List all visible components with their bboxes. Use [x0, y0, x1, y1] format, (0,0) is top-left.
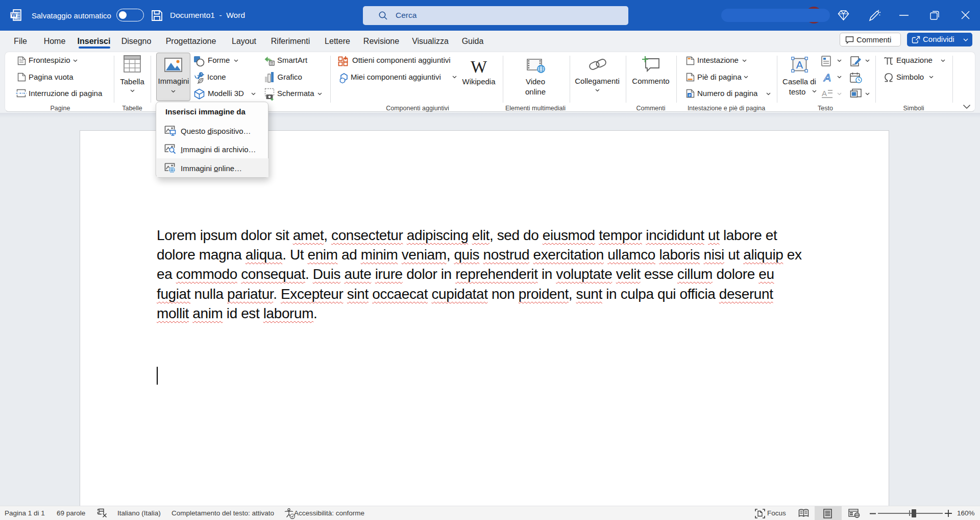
- svg-text:A: A: [822, 89, 827, 98]
- svg-text:W: W: [11, 12, 16, 18]
- svg-text:A: A: [823, 72, 831, 83]
- svg-text:A: A: [796, 59, 803, 70]
